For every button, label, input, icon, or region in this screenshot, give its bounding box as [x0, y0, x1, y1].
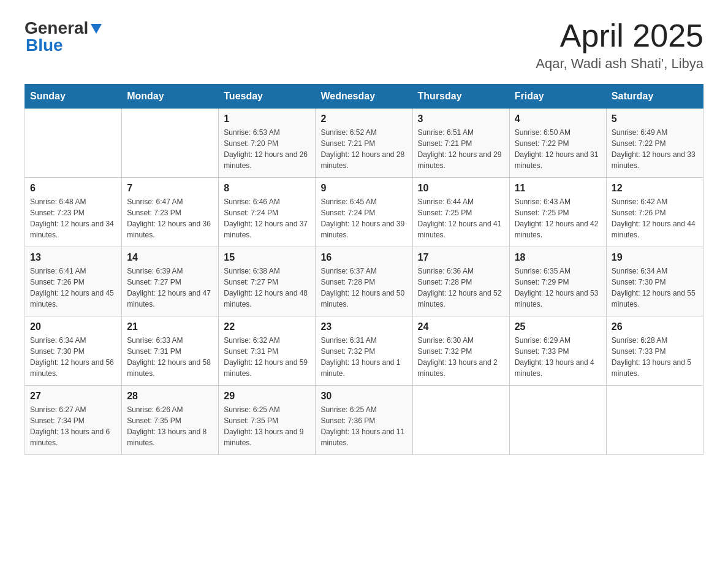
- day-number: 4: [515, 113, 601, 124]
- page-header: General Blue April 2025 Aqar, Wadi ash S…: [25, 18, 703, 72]
- sunset-text: Sunset: 7:21 PM: [320, 138, 407, 149]
- daylight-text: Daylight: 12 hours and 36 minutes.: [127, 218, 213, 240]
- sunrise-text: Sunrise: 6:27 AM: [30, 404, 116, 415]
- svg-marker-0: [91, 24, 102, 34]
- sunset-text: Sunset: 7:25 PM: [515, 207, 601, 218]
- day-info: Sunrise: 6:33 AMSunset: 7:31 PMDaylight:…: [127, 335, 213, 379]
- weekday-header-monday: Monday: [122, 85, 219, 109]
- daylight-text: Daylight: 12 hours and 53 minutes.: [515, 288, 601, 310]
- sunset-text: Sunset: 7:31 PM: [224, 346, 310, 357]
- daylight-text: Daylight: 13 hours and 9 minutes.: [224, 426, 310, 448]
- day-info: Sunrise: 6:26 AMSunset: 7:35 PMDaylight:…: [127, 404, 213, 448]
- day-cell: 3Sunrise: 6:51 AMSunset: 7:21 PMDaylight…: [412, 109, 509, 178]
- day-info: Sunrise: 6:37 AMSunset: 7:28 PMDaylight:…: [320, 266, 407, 310]
- day-number: 5: [612, 113, 698, 124]
- day-number: 24: [418, 321, 504, 332]
- sunset-text: Sunset: 7:22 PM: [612, 138, 698, 149]
- sunrise-text: Sunrise: 6:50 AM: [515, 127, 601, 138]
- day-number: 17: [418, 252, 504, 263]
- weekday-header-wednesday: Wednesday: [316, 85, 412, 109]
- sunset-text: Sunset: 7:30 PM: [30, 346, 116, 357]
- sunrise-text: Sunrise: 6:30 AM: [418, 335, 504, 346]
- day-info: Sunrise: 6:30 AMSunset: 7:32 PMDaylight:…: [418, 335, 504, 379]
- sunset-text: Sunset: 7:28 PM: [320, 277, 407, 288]
- day-number: 8: [224, 183, 310, 194]
- sunrise-text: Sunrise: 6:49 AM: [612, 127, 698, 138]
- sunrise-text: Sunrise: 6:25 AM: [224, 404, 310, 415]
- sunrise-text: Sunrise: 6:43 AM: [515, 196, 601, 207]
- daylight-text: Daylight: 13 hours and 1 minute.: [320, 357, 407, 379]
- sunset-text: Sunset: 7:23 PM: [30, 207, 116, 218]
- sunrise-text: Sunrise: 6:44 AM: [418, 196, 504, 207]
- daylight-text: Daylight: 13 hours and 4 minutes.: [515, 357, 601, 379]
- week-row-1: 1Sunrise: 6:53 AMSunset: 7:20 PMDaylight…: [25, 109, 703, 178]
- daylight-text: Daylight: 12 hours and 26 minutes.: [224, 149, 310, 171]
- daylight-text: Daylight: 12 hours and 45 minutes.: [30, 288, 116, 310]
- day-number: 26: [612, 321, 698, 332]
- sunset-text: Sunset: 7:23 PM: [127, 207, 213, 218]
- sunrise-text: Sunrise: 6:39 AM: [127, 266, 213, 277]
- day-cell: 5Sunrise: 6:49 AMSunset: 7:22 PMDaylight…: [606, 109, 703, 178]
- day-cell: 6Sunrise: 6:48 AMSunset: 7:23 PMDaylight…: [25, 178, 122, 247]
- sunset-text: Sunset: 7:32 PM: [320, 346, 407, 357]
- day-cell: 15Sunrise: 6:38 AMSunset: 7:27 PMDayligh…: [219, 247, 316, 316]
- day-cell: [412, 386, 509, 455]
- day-cell: 21Sunrise: 6:33 AMSunset: 7:31 PMDayligh…: [122, 316, 219, 386]
- sunset-text: Sunset: 7:35 PM: [127, 415, 213, 426]
- day-info: Sunrise: 6:32 AMSunset: 7:31 PMDaylight:…: [224, 335, 310, 379]
- day-number: 21: [127, 321, 213, 332]
- day-cell: [122, 109, 219, 178]
- day-cell: [606, 386, 703, 455]
- day-cell: 1Sunrise: 6:53 AMSunset: 7:20 PMDaylight…: [219, 109, 316, 178]
- sunset-text: Sunset: 7:24 PM: [320, 207, 407, 218]
- week-row-2: 6Sunrise: 6:48 AMSunset: 7:23 PMDaylight…: [25, 178, 703, 247]
- sunrise-text: Sunrise: 6:36 AM: [418, 266, 504, 277]
- daylight-text: Daylight: 12 hours and 33 minutes.: [612, 149, 698, 171]
- day-number: 27: [30, 391, 116, 402]
- daylight-text: Daylight: 12 hours and 39 minutes.: [320, 218, 407, 240]
- day-cell: 14Sunrise: 6:39 AMSunset: 7:27 PMDayligh…: [122, 247, 219, 316]
- sunrise-text: Sunrise: 6:45 AM: [320, 196, 407, 207]
- day-number: 18: [515, 252, 601, 263]
- sunset-text: Sunset: 7:34 PM: [30, 415, 116, 426]
- day-number: 13: [30, 252, 116, 263]
- sunrise-text: Sunrise: 6:29 AM: [515, 335, 601, 346]
- day-number: 22: [224, 321, 310, 332]
- weekday-header-thursday: Thursday: [412, 85, 509, 109]
- day-number: 1: [224, 113, 310, 124]
- day-info: Sunrise: 6:48 AMSunset: 7:23 PMDaylight:…: [30, 196, 116, 240]
- day-cell: 18Sunrise: 6:35 AMSunset: 7:29 PMDayligh…: [509, 247, 606, 316]
- day-info: Sunrise: 6:51 AMSunset: 7:21 PMDaylight:…: [418, 127, 504, 171]
- day-cell: 12Sunrise: 6:42 AMSunset: 7:26 PMDayligh…: [606, 178, 703, 247]
- day-info: Sunrise: 6:34 AMSunset: 7:30 PMDaylight:…: [612, 266, 698, 310]
- day-info: Sunrise: 6:44 AMSunset: 7:25 PMDaylight:…: [418, 196, 504, 240]
- logo-triangle-icon: [89, 21, 103, 35]
- day-number: 6: [30, 183, 116, 194]
- sunrise-text: Sunrise: 6:32 AM: [224, 335, 310, 346]
- daylight-text: Daylight: 12 hours and 55 minutes.: [612, 288, 698, 310]
- daylight-text: Daylight: 12 hours and 47 minutes.: [127, 288, 213, 310]
- day-info: Sunrise: 6:45 AMSunset: 7:24 PMDaylight:…: [320, 196, 407, 240]
- day-cell: 23Sunrise: 6:31 AMSunset: 7:32 PMDayligh…: [316, 316, 412, 386]
- day-cell: 19Sunrise: 6:34 AMSunset: 7:30 PMDayligh…: [606, 247, 703, 316]
- day-cell: 4Sunrise: 6:50 AMSunset: 7:22 PMDaylight…: [509, 109, 606, 178]
- day-cell: 13Sunrise: 6:41 AMSunset: 7:26 PMDayligh…: [25, 247, 122, 316]
- day-number: 25: [515, 321, 601, 332]
- day-number: 10: [418, 183, 504, 194]
- sunset-text: Sunset: 7:36 PM: [320, 415, 407, 426]
- day-number: 14: [127, 252, 213, 263]
- daylight-text: Daylight: 12 hours and 48 minutes.: [224, 288, 310, 310]
- day-cell: 7Sunrise: 6:47 AMSunset: 7:23 PMDaylight…: [122, 178, 219, 247]
- day-cell: 17Sunrise: 6:36 AMSunset: 7:28 PMDayligh…: [412, 247, 509, 316]
- daylight-text: Daylight: 12 hours and 29 minutes.: [418, 149, 504, 171]
- day-info: Sunrise: 6:35 AMSunset: 7:29 PMDaylight:…: [515, 266, 601, 310]
- sunset-text: Sunset: 7:29 PM: [515, 277, 601, 288]
- sunrise-text: Sunrise: 6:46 AM: [224, 196, 310, 207]
- calendar-table: SundayMondayTuesdayWednesdayThursdayFrid…: [25, 84, 703, 455]
- weekday-header-saturday: Saturday: [606, 85, 703, 109]
- week-row-4: 20Sunrise: 6:34 AMSunset: 7:30 PMDayligh…: [25, 316, 703, 386]
- sunrise-text: Sunrise: 6:34 AM: [612, 266, 698, 277]
- daylight-text: Daylight: 12 hours and 56 minutes.: [30, 357, 116, 379]
- day-cell: 28Sunrise: 6:26 AMSunset: 7:35 PMDayligh…: [122, 386, 219, 455]
- day-cell: 8Sunrise: 6:46 AMSunset: 7:24 PMDaylight…: [219, 178, 316, 247]
